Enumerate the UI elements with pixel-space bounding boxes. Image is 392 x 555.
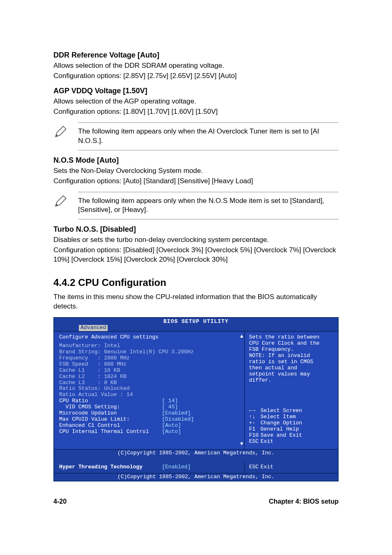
- bios-item-0[interactable]: CPU Ratio[ 14]: [59, 398, 241, 404]
- heading-nos: N.O.S Mode [Auto]: [53, 156, 339, 165]
- note-text-2: The following item appears only when the…: [78, 192, 339, 220]
- bios-hint-4: NOTE: If an invalid: [249, 353, 335, 359]
- bios-hint-3: FSB Frequency.: [249, 347, 335, 353]
- bios-hint-8: differ.: [249, 378, 335, 384]
- bios-lower-row: Hyper Threading Technology[Enabled] ESCE…: [54, 462, 338, 473]
- bios-right-pane: Sets the ratio between CPU Core Clock an…: [245, 332, 338, 449]
- bios-copyright-2: (C)Copyright 1985-2002, American Megatre…: [54, 473, 338, 481]
- bios-tab-advanced[interactable]: Advanced: [79, 325, 108, 331]
- bios-hint-5: ratio is set in CMOS: [249, 359, 335, 365]
- bios-left-pane: ▲ Configure Advanced CPU settings Manufa…: [54, 332, 245, 449]
- bios-copyright-1: (C)Copyright 1985-2002, American Megatre…: [54, 449, 338, 457]
- bios-item-1[interactable]: VID CMOS Setting:[ 45]: [59, 404, 241, 410]
- bios-info-3: FSB Speed : 800 MHz: [59, 362, 241, 368]
- text-nos-2: Configuration options: [Auto] [Standard]…: [53, 177, 339, 186]
- text-turbo-1: Disables or sets the turbo non-delay ove…: [53, 235, 339, 245]
- heading-turbo: Turbo N.O.S. [Disabled]: [53, 225, 339, 234]
- bios-info-2: Frequency : 2800 MHz: [59, 355, 241, 362]
- bios-item-4[interactable]: Enhanced C1 Control[Auto]: [59, 423, 241, 429]
- bios-info-5: Cache L1 : 16 KB: [59, 368, 241, 374]
- page-content: DDR Reference Voltage [Auto] Allows sele…: [0, 0, 392, 522]
- bios-item-5[interactable]: CPU Internal Thermal Control[Auto]: [59, 429, 241, 435]
- bios-left-header: Configure Advanced CPU settings: [59, 334, 241, 341]
- text-ddr-1: Allows selection of the DDR SDRAM operat…: [53, 61, 339, 71]
- pencil-icon: [53, 194, 70, 208]
- bios-hint-7: setpoint values may: [249, 371, 335, 378]
- bios-info-9: Ratio Status: Unlocked: [59, 386, 241, 392]
- bios-hyperthread-item[interactable]: Hyper Threading Technology[Enabled]: [59, 464, 241, 470]
- heading-ddr: DDR Reference Voltage [Auto]: [53, 51, 339, 60]
- bios-key-legend: ←→Select Screen ↑↓Select Item +-Change O…: [249, 408, 335, 445]
- bios-info-6: Cache L2 : 1024 KB: [59, 374, 241, 380]
- text-nos-1: Sets the Non-Delay Overclocking System m…: [53, 166, 339, 176]
- bios-screenshot: BIOS SETUP UTILITY Advanced ▲ Configure …: [53, 317, 339, 481]
- bios-item-3[interactable]: Max CPUID Value Limit:[Disabled]: [59, 417, 241, 423]
- bios-hint-2: CPU Core Clock and the: [249, 341, 335, 347]
- pencil-icon: [53, 125, 70, 139]
- note-block-2: The following item appears only when the…: [53, 192, 339, 220]
- bios-info-10: Ratio Actual Value : 14: [59, 392, 241, 398]
- page-number: 4-20: [53, 498, 67, 505]
- scroll-down-icon[interactable]: ▼: [240, 441, 243, 447]
- page-footer: 4-20 Chapter 4: BIOS setup: [53, 498, 339, 505]
- bios-info-0: Manufacturer: Intel: [59, 343, 241, 349]
- text-cpu-config-intro: The items in this menu show the CPU-rela…: [53, 292, 339, 311]
- bios-info-1: Brand String: Genuine Intel(R) CPU 3.20G…: [59, 349, 241, 355]
- text-turbo-2: Configuration options: [Disabled] [Overc…: [53, 246, 339, 265]
- bios-title: BIOS SETUP UTILITY: [54, 318, 338, 325]
- note-block-1: The following item appears only when the…: [53, 122, 339, 150]
- bios-info-7: Cache L3 : 0 KB: [59, 380, 241, 386]
- bios-hint-6: then actual and: [249, 365, 335, 371]
- heading-cpu-config: 4.4.2 CPU Configuration: [53, 277, 339, 288]
- scroll-up-icon[interactable]: ▲: [240, 334, 243, 340]
- note-text-1: The following item appears only when the…: [78, 122, 339, 150]
- chapter-label: Chapter 4: BIOS setup: [269, 498, 339, 505]
- heading-agp: AGP VDDQ Voltage [1.50V]: [53, 87, 339, 95]
- text-agp-1: Allows selection of the AGP operating vo…: [53, 97, 339, 106]
- text-ddr-2: Configuration options: [2.85V] [2.75v] […: [53, 71, 339, 81]
- bios-tabs: Advanced: [54, 325, 338, 331]
- bios-hint-1: Sets the ratio between: [249, 334, 335, 341]
- bios-item-2[interactable]: Microcode Updation[Enabled]: [59, 410, 241, 417]
- text-agp-2: Configuration options: [1.80V] [1.70V] […: [53, 107, 339, 117]
